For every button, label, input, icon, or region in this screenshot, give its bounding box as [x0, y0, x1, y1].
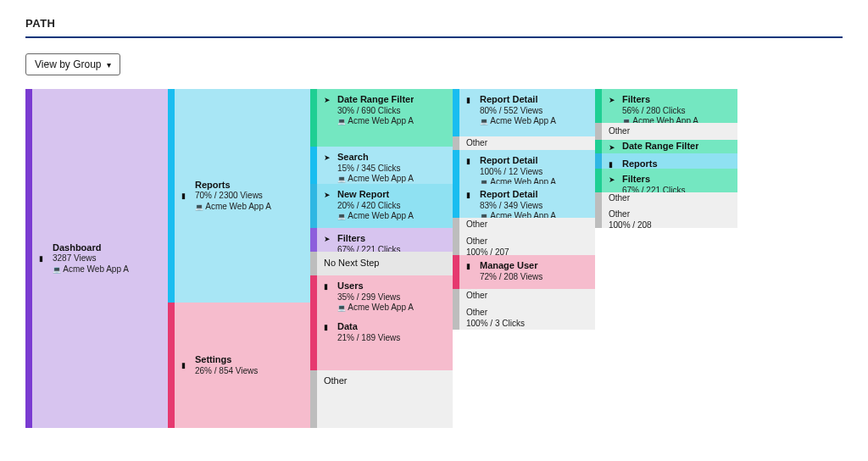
node-other-208[interactable]: Other 100% / 208: [602, 204, 737, 228]
node-title: Search: [337, 152, 414, 164]
node-app: Acme Web App A: [337, 116, 414, 127]
node-dashboard[interactable]: ▮ Dashboard 3287 Views Acme Web App A: [32, 89, 168, 428]
node-manage-user[interactable]: ▮ Manage User 72% / 208 Views: [459, 255, 595, 289]
page-icon: ▮: [181, 361, 190, 369]
node-title: Users: [337, 280, 414, 292]
divider: [25, 36, 843, 38]
node-other-207[interactable]: Other 100% / 207: [459, 231, 595, 255]
node-stat: 67% / 221 Clicks: [622, 186, 685, 192]
node-stat: 26% / 854 Views: [195, 366, 258, 377]
node-title: Other: [609, 193, 630, 204]
node-title: Dashboard: [53, 242, 129, 254]
node-stat: 35% / 299 Views: [337, 292, 414, 303]
node-search[interactable]: ➤ Search 15% / 345 Clicks Acme Web App A: [317, 147, 453, 184]
node-app: Acme Web App A: [480, 211, 556, 218]
node-stat: 100% / 12 Views: [480, 167, 556, 178]
node-date-range-filter[interactable]: ➤ Date Range Filter 30% / 690 Clicks Acm…: [317, 89, 453, 147]
path-sankey: ▮ Dashboard 3287 Views Acme Web App A ▮ …: [25, 89, 843, 428]
node-other-3clicks[interactable]: Other 100% / 3 Clicks: [459, 303, 595, 330]
node-other[interactable]: Other: [459, 136, 595, 150]
node-filters-ios[interactable]: ➤ Filters 67% / 221 Clicks Acme IOS App …: [317, 228, 453, 252]
cursor-icon: ➤: [609, 175, 617, 184]
node-other[interactable]: Other: [602, 123, 737, 140]
node-stat: 20% / 420 Clicks: [337, 201, 414, 212]
node-reports[interactable]: ▮ Reports 70% / 2300 Views Acme Web App …: [175, 89, 310, 303]
node-title: Other: [466, 236, 509, 247]
node-stat: 21% / 189 Views: [337, 333, 400, 344]
node-title: Report Detail: [480, 94, 556, 106]
node-title: Filters: [622, 174, 685, 186]
node-title: Other: [609, 126, 630, 137]
node-title: Report Detail: [480, 189, 556, 201]
page-icon: ▮: [39, 254, 47, 263]
cursor-icon: ➤: [609, 96, 617, 104]
node-title: New Report: [337, 189, 414, 201]
cursor-icon: ➤: [609, 143, 617, 152]
page-icon: ▮: [466, 191, 475, 199]
page-title: PATH: [25, 17, 843, 30]
node-stat: 80% / 552 Views: [480, 106, 556, 117]
node-stat: 100% / 207: [466, 247, 509, 256]
node-date-range-filter-2[interactable]: ➤ Date Range Filter: [602, 140, 737, 153]
node-stat: 70% / 2300 Views: [195, 191, 271, 202]
node-no-next-step[interactable]: No Next Step: [317, 252, 453, 275]
node-app: Acme Web App A: [480, 177, 556, 184]
node-stat: 67% / 221 Clicks: [337, 245, 400, 252]
page-icon: ▮: [466, 96, 475, 104]
view-by-group-label: View by Group: [35, 58, 102, 70]
node-other[interactable]: Other: [317, 370, 453, 428]
page-icon: ▮: [466, 157, 475, 165]
node-settings[interactable]: ▮ Settings 26% / 854 Views: [175, 303, 310, 428]
node-report-detail-3[interactable]: ▮ Report Detail 83% / 349 Views Acme Web…: [459, 184, 595, 218]
page-icon: ▮: [181, 192, 190, 200]
node-title: Settings: [195, 354, 258, 366]
node-app: Acme Web App A: [337, 174, 414, 184]
node-title: Data: [337, 321, 400, 333]
node-title: Date Range Filter: [337, 94, 414, 106]
node-stat: 56% / 280 Clicks: [622, 106, 698, 117]
node-title: Report Detail: [480, 155, 556, 167]
node-title: Manage User: [480, 260, 542, 272]
node-reports-2[interactable]: ▮ Reports …: [602, 153, 737, 169]
chevron-down-icon: ▾: [107, 60, 111, 69]
node-stat: 30% / 690 Clicks: [337, 106, 414, 117]
node-filters-2[interactable]: ➤ Filters 67% / 221 Clicks: [602, 169, 737, 192]
node-other[interactable]: Other: [459, 218, 595, 231]
node-report-detail-2[interactable]: ▮ Report Detail 100% / 12 Views Acme Web…: [459, 150, 595, 184]
cursor-icon: ➤: [324, 191, 332, 199]
node-other[interactable]: Other: [459, 289, 595, 303]
node-users[interactable]: ▮ Users 35% / 299 Views Acme Web App A: [317, 275, 453, 316]
node-app: Acme Web App A: [480, 116, 556, 127]
node-title: Other: [609, 209, 652, 220]
node-filters-1[interactable]: ➤ Filters 56% / 280 Clicks Acme Web App …: [602, 89, 737, 123]
node-new-report[interactable]: ➤ New Report 20% / 420 Clicks Acme Web A…: [317, 184, 453, 228]
node-title: Other: [324, 375, 348, 387]
page-icon: ▮: [466, 262, 475, 270]
node-stat: 100% / 3 Clicks: [466, 319, 525, 330]
node-title: Other: [466, 219, 487, 230]
node-stat: 72% / 208 Views: [480, 272, 542, 283]
cursor-icon: ➤: [324, 153, 332, 162]
node-title: No Next Step: [324, 258, 379, 269]
page-icon: ▮: [324, 282, 332, 291]
page-icon: ▮: [324, 323, 332, 331]
node-stat: 100% / 208: [609, 220, 652, 229]
node-report-detail-1[interactable]: ▮ Report Detail 80% / 552 Views Acme Web…: [459, 89, 595, 136]
node-title: Other: [466, 138, 487, 149]
node-stat: 15% / 345 Clicks: [337, 164, 414, 175]
cursor-icon: ➤: [324, 96, 332, 104]
node-app: Acme Web App A: [622, 116, 698, 123]
node-data[interactable]: ▮ Data 21% / 189 Views: [317, 316, 453, 370]
view-by-group-dropdown[interactable]: View by Group ▾: [25, 53, 120, 75]
node-app: Acme Web App A: [337, 303, 414, 314]
node-app: Acme Web App A: [195, 202, 271, 213]
node-title: Filters: [622, 94, 698, 106]
node-other[interactable]: Other: [602, 192, 737, 204]
node-stat: 83% / 349 Views: [480, 201, 556, 212]
node-title: Other: [466, 291, 487, 302]
node-title: Date Range Filter: [622, 141, 698, 153]
cursor-icon: ➤: [324, 235, 332, 243]
page-icon: ▮: [609, 160, 617, 169]
node-app: Acme Web App A: [53, 264, 129, 275]
node-app: Acme Web App A: [337, 211, 414, 222]
